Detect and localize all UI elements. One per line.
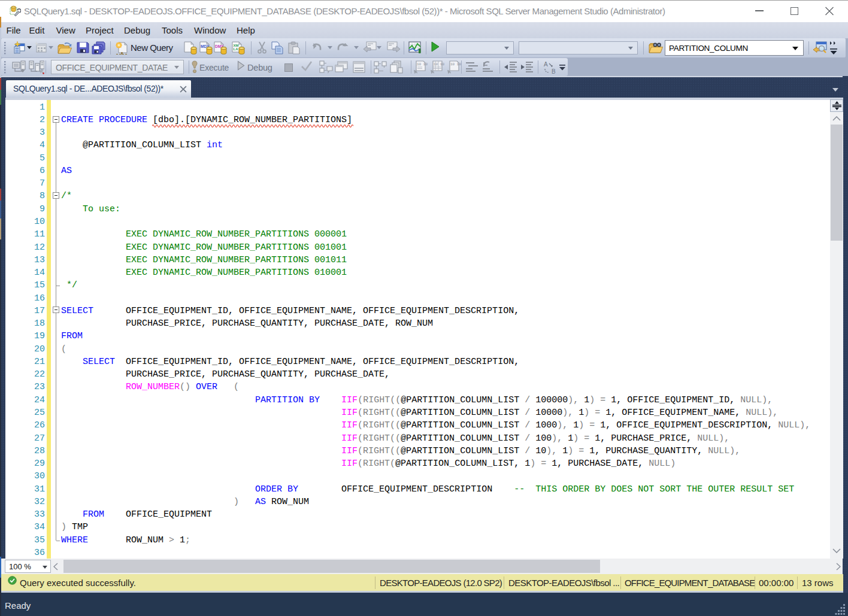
svg-text:LA: LA [234,47,239,51]
svg-text:A: A [544,61,548,68]
svg-text:10 10: 10 10 [450,62,461,66]
svg-text:10 10: 10 10 [417,62,428,66]
svg-text:B: B [552,68,556,75]
